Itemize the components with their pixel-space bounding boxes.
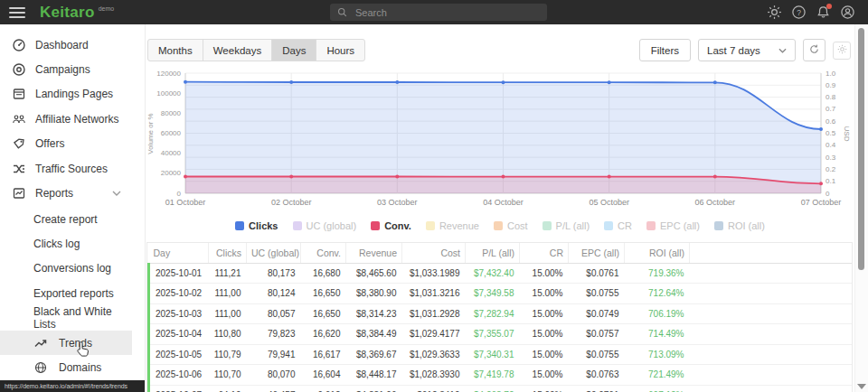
- date-range-select[interactable]: Last 7 days: [698, 39, 796, 61]
- cell-epc-all: $0.0755: [569, 284, 625, 304]
- cell-day: 2025-10-01: [149, 263, 209, 284]
- scrollbar-thumb[interactable]: [858, 28, 864, 270]
- hamburger-menu-icon[interactable]: [9, 7, 25, 18]
- legend-swatch: [542, 221, 552, 230]
- col-header-cr[interactable]: CR: [520, 243, 569, 263]
- sidebar-item-campaigns[interactable]: Campaigns: [0, 57, 132, 81]
- legend-swatch: [604, 221, 613, 230]
- sidebar-item-reports[interactable]: Reports: [0, 181, 132, 205]
- account-icon[interactable]: [840, 5, 855, 20]
- cell-revenue: $8,369.67: [346, 344, 402, 365]
- tab-weekdays[interactable]: Weekdays: [203, 40, 272, 61]
- table-row[interactable]: 2025-10-02111,0080,12416,650$8,380.90$1,…: [149, 284, 853, 304]
- svg-text:0.2: 0.2: [826, 165, 836, 173]
- legend-item-clicks[interactable]: Clicks: [235, 220, 278, 231]
- sidebar-item-conversions-log[interactable]: Conversions log: [0, 257, 132, 281]
- sidebar-item-label: Conversions log: [33, 262, 111, 275]
- split-icon: [12, 162, 26, 176]
- legend-item-conv[interactable]: Conv.: [371, 220, 411, 231]
- col-header-clicks[interactable]: Clicks: [209, 243, 247, 263]
- svg-text:06 October: 06 October: [695, 198, 736, 207]
- col-header-epc-all[interactable]: EPC (all): [569, 243, 625, 263]
- table-row[interactable]: 2025-10-05110,7979,94116,617$8,369.67$1,…: [149, 344, 853, 365]
- cell-cost: $1,033.1989: [402, 263, 466, 284]
- table-row[interactable]: 2025-10-0764,1046,4579,612$4,881.06$612.…: [149, 385, 853, 392]
- col-header-revenue[interactable]: Revenue: [346, 243, 402, 263]
- sidebar-item-landings-pages[interactable]: Landings Pages: [0, 82, 132, 107]
- col-header-roi-all[interactable]: ROI (all): [625, 243, 690, 263]
- search-input[interactable]: [354, 6, 520, 19]
- table-row[interactable]: 2025-10-03111,0080,05716,650$8,314.23$1,…: [149, 303, 853, 324]
- svg-text:0: 0: [177, 190, 182, 198]
- svg-text:02 October: 02 October: [271, 198, 312, 207]
- refresh-button[interactable]: [803, 39, 826, 61]
- help-icon[interactable]: ?: [791, 5, 807, 20]
- legend-item-revenue[interactable]: Revenue: [426, 220, 479, 231]
- brand-logo[interactable]: Keitaro demo: [40, 5, 114, 20]
- sidebar-item-label: Landings Pages: [35, 88, 113, 100]
- svg-text:0: 0: [826, 190, 830, 198]
- col-header-p-l-all[interactable]: P/L (all): [466, 243, 520, 263]
- page-icon: [12, 87, 26, 101]
- scroll-down-icon[interactable]: [857, 384, 866, 389]
- legend-swatch: [714, 221, 723, 230]
- cell-cost: $1,029.4177: [402, 324, 466, 345]
- search-box[interactable]: [330, 4, 547, 21]
- tab-hours[interactable]: Hours: [316, 40, 364, 61]
- trends-table: DayClicksUC (global)Conv.RevenueCostP/L …: [147, 243, 852, 392]
- col-header-cost[interactable]: Cost: [402, 243, 466, 263]
- sidebar-item-label: Reports: [35, 187, 73, 200]
- sidebar-menu: DashboardCampaignsLandings PagesAffiliat…: [0, 33, 132, 206]
- tab-days[interactable]: Days: [272, 40, 316, 61]
- globe-icon: [33, 360, 48, 375]
- cell-p-l-all: $7,419.78: [466, 365, 520, 386]
- filters-button[interactable]: Filters: [639, 39, 691, 61]
- legend-label: Revenue: [439, 220, 479, 231]
- col-header-uc-global[interactable]: UC (global): [247, 243, 301, 263]
- svg-text:?: ?: [797, 8, 801, 17]
- table-row[interactable]: 2025-10-04110,8079,82316,620$8,384.49$1,…: [149, 324, 853, 345]
- settings-icon[interactable]: [767, 5, 782, 20]
- sidebar-item-traffic-sources[interactable]: Traffic Sources: [0, 156, 132, 181]
- sidebar-item-exported-reports[interactable]: Exported reports: [0, 281, 132, 305]
- cell-p-l-all: $7,282.94: [466, 303, 520, 324]
- legend-label: Cost: [507, 220, 528, 231]
- cell-filler: [690, 385, 853, 392]
- sidebar-item-black-and-white-lists[interactable]: Black and White Lists: [0, 306, 132, 331]
- sidebar-item-clicks-log[interactable]: Clicks log: [0, 231, 132, 256]
- cell-day: 2025-10-04: [149, 324, 209, 345]
- tab-months[interactable]: Months: [148, 40, 203, 61]
- people-icon: [12, 112, 26, 126]
- legend-swatch: [494, 221, 503, 230]
- legend-item-p-l-all[interactable]: P/L (all): [542, 220, 590, 231]
- legend-item-uc-global[interactable]: UC (global): [293, 220, 357, 231]
- col-header-day[interactable]: Day: [149, 243, 209, 263]
- chart-settings-button[interactable]: [833, 42, 851, 60]
- brand-name: Keitaro: [40, 5, 95, 20]
- cell-clicks: 110,79: [209, 344, 247, 365]
- sidebar-item-create-report[interactable]: Create report: [0, 207, 132, 231]
- table-row[interactable]: 2025-10-06110,7080,07016,604$8,448.17$1,…: [149, 365, 853, 386]
- trends-chart[interactable]: 02000040000600008000010000012000000.10.2…: [145, 63, 855, 219]
- refresh-icon: [808, 43, 820, 58]
- legend-item-roi-all[interactable]: ROI (all): [714, 220, 765, 231]
- legend-item-cost[interactable]: Cost: [494, 220, 528, 231]
- chevron-down-icon: [778, 48, 787, 53]
- table-row[interactable]: 2025-10-01111,2180,17316,680$8,465.60$1,…: [149, 263, 853, 284]
- sidebar-item-dashboard[interactable]: Dashboard: [0, 33, 132, 57]
- svg-text:0.6: 0.6: [826, 117, 836, 126]
- svg-text:0.3: 0.3: [826, 154, 836, 162]
- sidebar-item-domains[interactable]: Domains: [0, 355, 132, 379]
- legend-item-epc-all[interactable]: EPC (all): [646, 220, 700, 231]
- cell-epc-all: $0.0755: [569, 344, 625, 365]
- cell-revenue: $8,380.90: [346, 284, 402, 304]
- sidebar-item-trends[interactable]: Trends: [0, 331, 132, 355]
- sidebar-item-affiliate-networks[interactable]: Affiliate Networks: [0, 107, 132, 131]
- col-header-filler: [690, 243, 853, 263]
- legend-item-cr[interactable]: CR: [604, 220, 632, 231]
- sidebar-item-offers[interactable]: Offers: [0, 132, 132, 156]
- col-header-conv[interactable]: Conv.: [301, 243, 346, 263]
- cell-clicks: 111,00: [209, 303, 247, 324]
- scrollbar[interactable]: [854, 24, 868, 392]
- notifications-icon[interactable]: [816, 5, 831, 20]
